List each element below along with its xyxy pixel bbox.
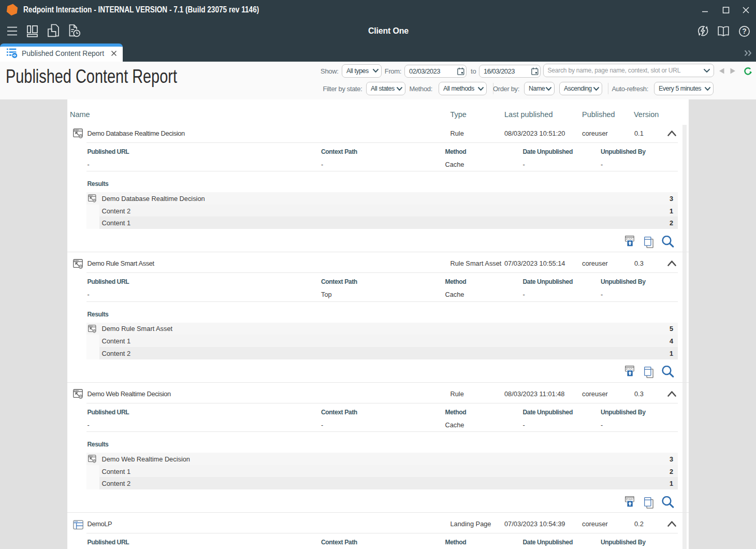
svg-text:?: ? — [742, 27, 747, 35]
